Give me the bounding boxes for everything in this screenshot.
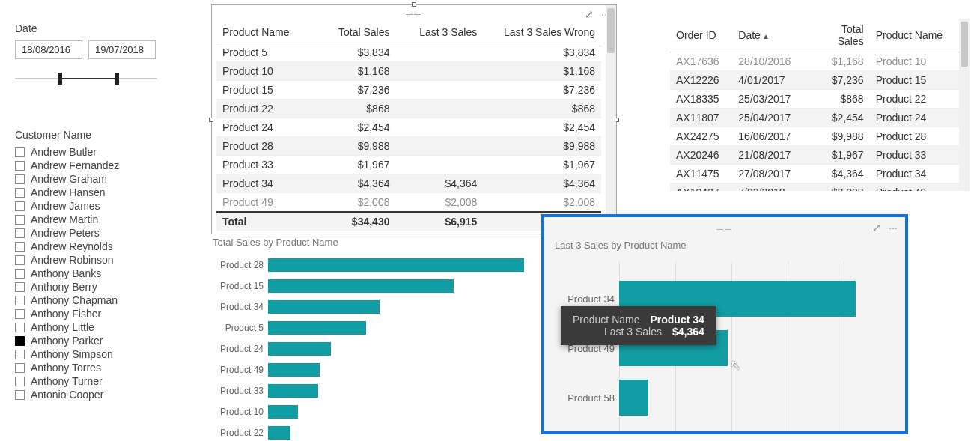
- table-row[interactable]: Product 22$868$868: [216, 100, 601, 118]
- date-range-slider[interactable]: [15, 70, 157, 88]
- customer-slicer-item[interactable]: Anthony Little: [15, 320, 176, 334]
- col-order-id[interactable]: Order ID: [670, 19, 732, 52]
- customer-slicer-item[interactable]: Anthony Turner: [15, 374, 176, 388]
- col-product-name-2[interactable]: Product Name: [870, 19, 970, 52]
- checkbox-icon[interactable]: [15, 269, 25, 279]
- customer-slicer-list[interactable]: Andrew ButlerAndrew FernandezAndrew Grah…: [15, 145, 176, 401]
- table-row[interactable]: Product 34$4,364$4,364$4,364: [216, 174, 601, 193]
- checkbox-icon[interactable]: [15, 309, 25, 319]
- table-row[interactable]: Product 10$1,168$1,168: [216, 62, 601, 81]
- customer-slicer-item[interactable]: Anthony Fisher: [15, 307, 176, 320]
- customer-slicer-item[interactable]: Andrew James: [15, 199, 176, 213]
- col-product-name[interactable]: Product Name: [216, 22, 313, 43]
- customer-slicer-item[interactable]: Anthony Banks: [15, 267, 176, 280]
- table-row[interactable]: Product 5$3,834$3,834: [216, 43, 601, 62]
- customer-name-label: Anthony Chapman: [31, 294, 118, 306]
- table-row[interactable]: Product 33$1,967$1,967: [216, 156, 601, 174]
- last3-sales-bar-chart[interactable]: ══ ⤢ ··· Last 3 Sales by Product Name Pr…: [541, 214, 908, 434]
- col-last3-wrong[interactable]: Last 3 Sales Wrong: [483, 22, 601, 43]
- customer-slicer-item[interactable]: Andrew Reynolds: [15, 240, 176, 253]
- checkbox-icon[interactable]: [15, 363, 25, 373]
- table-row[interactable]: AX1763628/10/2016$1,168Product 10: [670, 52, 970, 71]
- checkbox-icon[interactable]: [15, 188, 25, 198]
- more-options-icon[interactable]: ···: [889, 222, 898, 234]
- table-scrollbar[interactable]: [606, 5, 616, 234]
- focus-mode-icon[interactable]: ⤢: [872, 222, 881, 234]
- table-row[interactable]: AX122264/01/2017$7,236Product 15: [670, 71, 970, 90]
- checkbox-icon[interactable]: [15, 161, 25, 171]
- bar-rect[interactable]: [268, 300, 380, 314]
- customer-slicer-item[interactable]: Anthony Torres: [15, 361, 176, 374]
- bar-rect[interactable]: [268, 426, 290, 440]
- chart-bar-row[interactable]: Product 28: [210, 258, 524, 272]
- checkbox-icon[interactable]: [15, 215, 25, 225]
- chart-bar-row[interactable]: Product 49: [210, 363, 524, 377]
- table-row[interactable]: Product 24$2,454$2,454: [216, 118, 601, 137]
- chart-bar-row[interactable]: Product 24: [210, 342, 524, 356]
- customer-slicer-item[interactable]: Andrew Graham: [15, 172, 176, 186]
- checkbox-icon[interactable]: [15, 377, 25, 386]
- table-row[interactable]: AX2024621/08/2017$1,967Product 33: [670, 146, 970, 165]
- checkbox-icon[interactable]: [15, 255, 25, 265]
- table-row[interactable]: AX2427516/06/2017$9,988Product 28: [670, 127, 970, 146]
- customer-slicer-item[interactable]: Anthony Berry: [15, 280, 176, 294]
- bar-rect[interactable]: [268, 258, 524, 272]
- customer-slicer-item[interactable]: Anthony Chapman: [15, 294, 176, 307]
- col-total-sales-2[interactable]: Total Sales: [807, 19, 869, 52]
- checkbox-icon[interactable]: [15, 323, 25, 332]
- chart-bar-row[interactable]: Product 33: [210, 384, 524, 398]
- customer-slicer-item[interactable]: Anthony Simpson: [15, 347, 176, 361]
- customer-slicer-item[interactable]: Antonio Cooper: [15, 388, 176, 401]
- customer-slicer-item[interactable]: Andrew Peters: [15, 226, 176, 240]
- checkbox-icon[interactable]: [15, 390, 25, 400]
- bar-rect[interactable]: [268, 363, 320, 377]
- checkbox-icon[interactable]: [15, 201, 25, 211]
- bar-rect[interactable]: [268, 405, 298, 419]
- table-row[interactable]: Product 28$9,988$9,988: [216, 137, 601, 156]
- table-row[interactable]: AX194277/03/2018$2,008Product 49: [670, 183, 970, 192]
- chart-bar-row[interactable]: Product 58: [552, 384, 898, 411]
- customer-slicer-item[interactable]: Andrew Martin: [15, 213, 176, 226]
- total-sales-bar-chart[interactable]: Total Sales by Product Name Product 28Pr…: [210, 232, 524, 441]
- bar-rect[interactable]: [268, 384, 318, 398]
- col-last3-sales[interactable]: Last 3 Sales: [395, 22, 483, 43]
- chart-bar-row[interactable]: Product 10: [210, 405, 524, 419]
- checkbox-icon[interactable]: [15, 147, 25, 157]
- checkbox-icon[interactable]: [15, 350, 25, 359]
- date-from-input[interactable]: 18/08/2016: [15, 40, 82, 59]
- customer-slicer-item[interactable]: Andrew Hansen: [15, 186, 176, 199]
- checkbox-icon[interactable]: [15, 174, 25, 184]
- bar-rect[interactable]: [268, 321, 366, 335]
- chart-bar-row[interactable]: Product 34: [210, 300, 524, 314]
- col-date[interactable]: Date▲: [732, 19, 807, 52]
- table-row[interactable]: AX1147527/08/2017$4,364Product 34: [670, 165, 970, 183]
- table-row[interactable]: Product 49$2,008$2,008$2,008: [216, 193, 601, 213]
- checkbox-icon[interactable]: [15, 282, 25, 292]
- bar-rect[interactable]: [619, 380, 648, 416]
- col-total-sales[interactable]: Total Sales: [313, 22, 396, 43]
- bar-rect[interactable]: [268, 279, 454, 293]
- table2-scrollbar[interactable]: [959, 19, 970, 191]
- chart-bar-row[interactable]: Product 5: [210, 321, 524, 335]
- table-row[interactable]: Product 15$7,236$7,236: [216, 81, 601, 100]
- table-row[interactable]: AX1833525/03/2017$868Product 22: [670, 90, 970, 109]
- product-summary-table-visual[interactable]: ══ ⤢ ··· Product Name Total Sales Last 3…: [211, 4, 617, 234]
- chart-bar-row[interactable]: Product 22: [210, 426, 524, 440]
- checkbox-icon[interactable]: [15, 228, 25, 238]
- slider-handle-end[interactable]: [115, 73, 119, 85]
- customer-slicer-item[interactable]: Anthony Parker: [15, 334, 176, 347]
- drag-handle-icon[interactable]: ══: [552, 222, 898, 235]
- date-to-input[interactable]: 19/07/2018: [88, 40, 156, 59]
- customer-slicer-item[interactable]: Andrew Butler: [15, 145, 176, 159]
- customer-slicer-item[interactable]: Andrew Robinson: [15, 253, 176, 267]
- checkbox-icon[interactable]: [15, 242, 25, 252]
- table-row[interactable]: AX1180725/04/2017$2,454Product 24: [670, 109, 970, 127]
- checkbox-icon[interactable]: [15, 296, 25, 305]
- customer-name-label: Andrew Martin: [31, 213, 98, 225]
- customer-slicer-item[interactable]: Andrew Fernandez: [15, 159, 176, 172]
- order-detail-table-visual[interactable]: Order ID Date▲ Total Sales Product Name …: [670, 19, 970, 191]
- slider-handle-start[interactable]: [58, 73, 62, 85]
- bar-rect[interactable]: [268, 342, 331, 356]
- chart-bar-row[interactable]: Product 15: [210, 279, 524, 293]
- checkbox-icon[interactable]: [15, 336, 25, 346]
